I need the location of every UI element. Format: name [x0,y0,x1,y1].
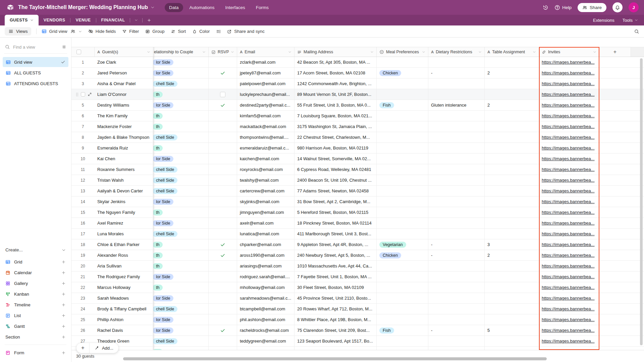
cell-meal[interactable] [377,207,428,218]
cell-address[interactable]: 77 Adams Street, Newton, MA 02458 [294,186,377,196]
cell-guest[interactable]: Brody & Tiffany Campbell [95,304,153,314]
tabbar-tools-button[interactable]: Tools [623,18,638,23]
cell-address[interactable]: 8 Whittier Place, Apt 19B, Boston, M... [294,314,377,325]
cell-diet[interactable] [428,89,485,100]
cell-invites[interactable]: https://images.bannerbea... [539,218,599,228]
cell-table-assignment[interactable] [485,78,539,89]
invite-link[interactable]: https://images.bannerbea... [542,124,595,129]
cell-address[interactable]: 1 Charles Street South, Unit 912, Bo... [294,347,377,350]
add-field-button[interactable]: + [599,47,631,57]
cell-diet[interactable] [428,175,485,185]
plus-icon[interactable] [61,335,66,339]
cell-guest[interactable]: Kai Chen [95,154,153,164]
cell-invites[interactable]: https://images.bannerbea... [539,100,599,110]
table-tab-guests[interactable]: GUESTS [5,15,39,25]
cell-relationship[interactable]: lor Side [153,154,209,164]
invite-link[interactable]: https://images.bannerbea... [542,145,595,150]
search-icon[interactable] [634,29,639,34]
cell-invites[interactable]: https://images.bannerbea... [539,186,599,196]
create-form-item[interactable]: Form [5,347,66,358]
cell-address[interactable]: 31 Bow Street, Apt 2, Cambridge, M... [294,196,377,207]
create-calendar-item[interactable]: Calendar [5,267,66,278]
cell-email[interactable]: btcampbell@email.com [237,304,294,314]
create-list-item[interactable]: List [5,310,66,321]
cell-guest[interactable]: Aaliyah & Devon Carter [95,186,153,196]
cell-meal[interactable] [377,304,428,314]
cell-rsvp[interactable] [209,282,237,293]
cell-rsvp[interactable] [209,132,237,142]
cell-address[interactable]: 30 Fleet Street, Boston, MA 02109 [294,282,377,293]
cell-diet[interactable] [428,347,485,350]
cell-relationship[interactable]: th [153,143,209,153]
cell-relationship[interactable]: lor Side [153,272,209,282]
cell-invites[interactable]: https://images.bannerbea... [539,78,599,89]
cell-email[interactable]: roxyrocks@email.com [237,164,294,175]
row-number-cell[interactable]: 15 [71,207,95,218]
cell-invites[interactable]: https://images.bannerbea... [539,57,599,67]
cell-address[interactable]: 3175 Washington St, Jamaica Plain, ... [294,121,377,132]
cell-invites[interactable]: https://images.bannerbea... [539,229,599,239]
cell-relationship[interactable]: chell Side [153,304,209,314]
cell-table-assignment[interactable] [485,304,539,314]
cell-diet[interactable] [428,293,485,303]
row-number-cell[interactable]: 13 [71,186,95,196]
cell-relationship[interactable]: chell Side [153,78,209,89]
cell-address[interactable]: 75 Clarendon Street, Unit 209, Bost... [294,325,377,336]
cell-diet[interactable] [428,304,485,314]
cell-address[interactable]: 1242 Commonwealth Ave, Brighton, ... [294,78,377,89]
invite-link[interactable]: https://images.bannerbea... [542,285,595,290]
cell-address[interactable]: 411 Marlborough Street, Unit 3, Bost... [294,229,377,239]
column-header-meal[interactable]: Meal Preferences [377,47,428,57]
add-record-button[interactable]: + Add... [76,343,119,353]
cell-table-assignment[interactable]: 3 [485,239,539,250]
cell-diet[interactable]: - [428,250,485,260]
cell-relationship[interactable]: chell Side [153,164,209,175]
toolbar-row-height-button[interactable] [216,29,221,34]
cell-table-assignment[interactable] [485,89,539,100]
cell-table-assignment[interactable]: 2 [485,68,539,78]
cell-rsvp[interactable] [209,175,237,185]
row-number-cell[interactable]: 12 [71,175,95,185]
invite-link[interactable]: https://images.bannerbea... [542,231,595,236]
cell-diet[interactable]: - [428,325,485,336]
cell-address[interactable]: 1010 Massachusetts Ave, Apt 44, Ca... [294,261,377,271]
cell-relationship[interactable]: chell Side [153,229,209,239]
row-number-cell[interactable]: 17 [71,229,95,239]
sidebar-view-grid-view[interactable]: Grid view [3,57,68,67]
cell-rsvp[interactable] [209,261,237,271]
cell-table-assignment[interactable] [485,272,539,282]
cell-meal[interactable] [377,261,428,271]
vertical-scrollbar[interactable] [640,58,643,345]
cell-rsvp[interactable] [209,121,237,132]
cell-guest[interactable]: Rachel Davis [95,325,153,336]
invite-link[interactable]: https://images.bannerbea... [542,188,595,193]
cell-guest[interactable]: Aria Sullivan [95,261,153,271]
cell-rsvp[interactable] [209,68,237,78]
cell-email[interactable]: axelr@email.com [237,218,294,228]
sidebar-view-all-guests[interactable]: ALL GUESTS [3,68,68,78]
cell-relationship[interactable]: th [153,239,209,250]
cell-rsvp[interactable] [209,218,237,228]
cell-rsvp[interactable] [209,196,237,207]
cell-meal[interactable] [377,347,428,350]
toolbar-filter-button[interactable]: Filter [122,29,139,34]
invite-link[interactable]: https://images.bannerbea... [542,167,595,172]
cell-meal[interactable] [377,175,428,185]
tabbar-extensions-button[interactable]: Extensions [593,18,614,23]
row-number-cell[interactable]: 9 [71,143,95,153]
cell-meal[interactable] [377,186,428,196]
plus-icon[interactable] [61,281,66,286]
cell-meal[interactable] [377,121,428,132]
invite-link[interactable]: https://images.bannerbea... [542,92,595,97]
create-timeline-item[interactable]: Timeline [5,299,66,310]
cell-invites[interactable]: https://images.bannerbea... [539,272,599,282]
cell-table-assignment[interactable] [485,164,539,175]
add-table-button[interactable] [143,18,156,22]
cell-rsvp[interactable] [209,304,237,314]
cell-rsvp[interactable] [209,325,237,336]
chevron-down-icon[interactable] [231,50,234,54]
cell-table-assignment[interactable] [485,143,539,153]
cell-invites[interactable]: https://images.bannerbea... [539,68,599,78]
cell-table-assignment[interactable] [485,186,539,196]
add-with-ai-button[interactable]: Add... [90,343,118,353]
